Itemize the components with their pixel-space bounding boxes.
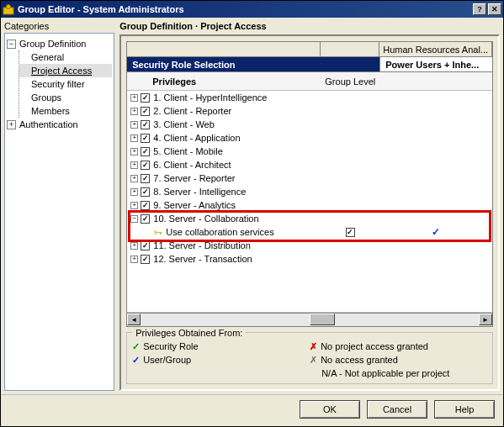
- tree-item-project-access[interactable]: Project Access: [19, 64, 112, 77]
- col-group-level[interactable]: Group Level: [321, 76, 379, 87]
- check-green-icon: [132, 341, 140, 352]
- privilege-row[interactable]: +8. Server - Intelligence: [127, 185, 492, 198]
- collapse-icon[interactable]: −: [130, 215, 138, 223]
- horizontal-scrollbar[interactable]: ◄ ►: [127, 313, 492, 326]
- close-window-button[interactable]: ✕: [488, 3, 501, 15]
- expand-icon[interactable]: +: [130, 175, 138, 182]
- checkbox[interactable]: [141, 147, 150, 156]
- tree-item-groups[interactable]: Groups: [19, 91, 112, 104]
- privilege-row[interactable]: +1. Client - HyperIntelligence: [127, 91, 492, 104]
- col-spacer2: [321, 42, 379, 56]
- expand-icon[interactable]: +: [130, 134, 138, 142]
- privilege-row[interactable]: +5. Client - Mobile: [127, 145, 492, 158]
- expand-icon[interactable]: +: [130, 242, 138, 250]
- x-gray-icon: [310, 355, 317, 366]
- tree-item-general[interactable]: General: [19, 50, 112, 64]
- privilege-row[interactable]: +2. Client - Reporter: [127, 104, 492, 118]
- app-icon: [3, 3, 14, 15]
- collapse-icon[interactable]: −: [7, 40, 16, 49]
- checkbox[interactable]: [141, 187, 150, 197]
- checkbox[interactable]: [141, 120, 150, 129]
- checkbox[interactable]: [141, 174, 150, 183]
- x-red-icon: [310, 341, 317, 352]
- expand-icon[interactable]: +: [130, 108, 138, 115]
- help-window-button[interactable]: ?: [473, 3, 486, 15]
- categories-label: Categories: [4, 21, 114, 31]
- check-blue-icon: [432, 226, 440, 238]
- privilege-row[interactable]: +4. Client - Application: [127, 131, 492, 145]
- col-human-resources[interactable]: Human Resources Anal...: [379, 42, 492, 56]
- checkbox[interactable]: [141, 93, 150, 103]
- check-blue-icon: [132, 355, 140, 366]
- scroll-left-arrow[interactable]: ◄: [127, 314, 141, 325]
- tree-item-security-filter[interactable]: Security filter: [19, 77, 112, 91]
- categories-tree: − Group Definition GeneralProject Access…: [4, 33, 114, 391]
- privilege-child-row[interactable]: 🗝Use collaboration services: [127, 225, 492, 239]
- expand-icon[interactable]: +: [130, 148, 138, 156]
- scroll-right-arrow[interactable]: ►: [479, 314, 492, 325]
- title-bar: Group Editor - System Administrators ? ✕: [1, 1, 503, 18]
- checkbox[interactable]: [141, 201, 150, 210]
- scroll-thumb[interactable]: [310, 314, 335, 325]
- key-icon: 🗝: [154, 228, 162, 237]
- privilege-row[interactable]: −10. Server - Collaboration: [127, 212, 492, 225]
- col-spacer: [127, 42, 321, 56]
- cancel-button[interactable]: Cancel: [367, 400, 427, 419]
- expand-icon[interactable]: +: [130, 188, 138, 196]
- privilege-row[interactable]: +7. Server - Reporter: [127, 171, 492, 185]
- checkbox[interactable]: [141, 161, 150, 170]
- checkbox[interactable]: [141, 107, 150, 116]
- expand-icon[interactable]: +: [130, 121, 138, 129]
- checkbox[interactable]: [141, 214, 150, 224]
- checkbox[interactable]: [346, 228, 355, 237]
- checkbox[interactable]: [141, 241, 150, 250]
- expand-icon[interactable]: +: [130, 202, 138, 209]
- window-title: Group Editor - System Administrators: [18, 4, 184, 14]
- privilege-row[interactable]: +9. Server - Analytics: [127, 198, 492, 212]
- tree-node-group-definition[interactable]: − Group Definition: [7, 37, 112, 50]
- section-title: Group Definition · Project Access: [119, 21, 500, 31]
- checkbox[interactable]: [141, 255, 150, 264]
- ok-button[interactable]: OK: [300, 400, 360, 419]
- expand-icon[interactable]: +: [7, 120, 16, 129]
- expand-icon[interactable]: +: [130, 161, 138, 169]
- svg-point-1: [7, 5, 11, 9]
- col-privileges[interactable]: Privileges: [127, 76, 321, 87]
- privilege-row[interactable]: +11. Server - Distribution: [127, 239, 492, 252]
- privilege-row[interactable]: +12. Server - Transaction: [127, 252, 492, 266]
- security-role-selection: Security Role Selection: [127, 57, 379, 71]
- power-users-inherit: Power Users + Inhe...: [379, 57, 492, 71]
- help-button[interactable]: Help: [434, 400, 495, 419]
- privileges-table: Human Resources Anal... Security Role Se…: [126, 41, 493, 327]
- dialog-buttons: OK Cancel Help: [1, 394, 503, 423]
- expand-icon[interactable]: +: [130, 94, 138, 102]
- privilege-row[interactable]: +6. Client - Architect: [127, 158, 492, 171]
- expand-icon[interactable]: +: [130, 256, 138, 263]
- legend-box: Privileges Obtained From: Security Role …: [126, 332, 493, 384]
- checkbox[interactable]: [141, 134, 150, 143]
- tree-item-members[interactable]: Members: [19, 104, 112, 118]
- legend-title: Privileges Obtained From:: [132, 328, 246, 338]
- tree-node-authentication[interactable]: + Authentication: [7, 118, 112, 131]
- privilege-row[interactable]: +3. Client - Web: [127, 118, 492, 131]
